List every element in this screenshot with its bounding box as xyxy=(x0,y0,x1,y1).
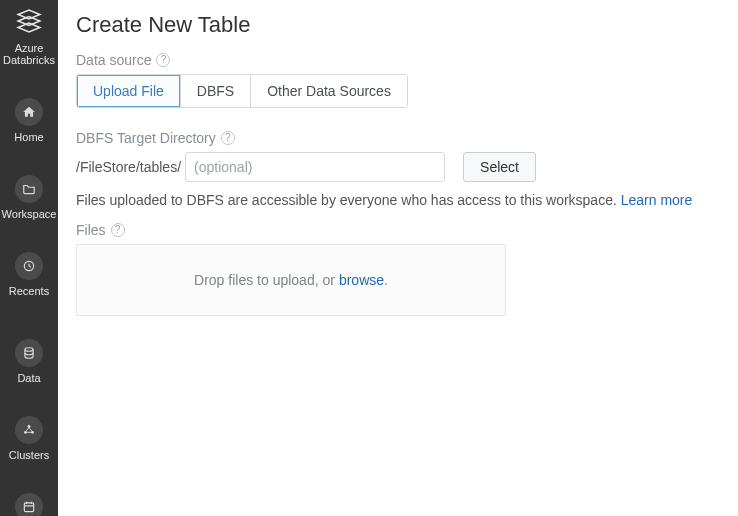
target-dir-row: /FileStore/tables/ Select xyxy=(76,152,720,182)
dropzone-text: Drop files to upload, or xyxy=(194,272,335,288)
sidebar-item-clusters[interactable]: Clusters xyxy=(0,406,58,467)
target-dir-path: /FileStore/tables/ xyxy=(76,159,181,175)
data-source-label: Data source xyxy=(76,52,151,68)
file-dropzone[interactable]: Drop files to upload, or browse. xyxy=(76,244,506,316)
help-icon[interactable]: ? xyxy=(221,131,235,145)
page-title: Create New Table xyxy=(76,12,720,38)
main-content: Create New Table Data source ? Upload Fi… xyxy=(58,0,738,516)
tab-dbfs[interactable]: DBFS xyxy=(181,75,251,107)
databricks-icon xyxy=(16,8,42,38)
help-icon[interactable]: ? xyxy=(156,53,170,67)
svg-point-2 xyxy=(28,425,31,428)
brand-label: Azure Databricks xyxy=(0,42,58,66)
target-dir-label: DBFS Target Directory xyxy=(76,130,216,146)
sidebar-item-label: Workspace xyxy=(2,208,57,220)
sidebar: Azure Databricks Home Workspace Recents … xyxy=(0,0,58,516)
upload-note: Files uploaded to DBFS are accessible by… xyxy=(76,192,720,208)
sidebar-item-recents[interactable]: Recents xyxy=(0,242,58,303)
sidebar-item-home[interactable]: Home xyxy=(0,88,58,149)
sidebar-item-data[interactable]: Data xyxy=(0,329,58,390)
sidebar-item-workspace[interactable]: Workspace xyxy=(0,165,58,226)
svg-rect-5 xyxy=(24,503,33,512)
tab-upload-file[interactable]: Upload File xyxy=(77,75,181,107)
recents-icon xyxy=(15,252,43,280)
sidebar-item-label: Recents xyxy=(9,285,49,297)
folder-icon xyxy=(15,175,43,203)
sidebar-item-label: Clusters xyxy=(9,449,49,461)
browse-link[interactable]: browse xyxy=(339,272,384,288)
files-label: Files xyxy=(76,222,106,238)
sidebar-item-label: Data xyxy=(17,372,40,384)
help-icon[interactable]: ? xyxy=(111,223,125,237)
data-source-label-row: Data source ? xyxy=(76,52,720,68)
tab-other-data-sources[interactable]: Other Data Sources xyxy=(251,75,407,107)
cluster-icon xyxy=(15,416,43,444)
files-label-row: Files ? xyxy=(76,222,720,238)
select-button[interactable]: Select xyxy=(463,152,536,182)
note-text: Files uploaded to DBFS are accessible by… xyxy=(76,192,617,208)
home-icon xyxy=(15,98,43,126)
sidebar-item-label: Home xyxy=(14,131,43,143)
calendar-icon xyxy=(15,493,43,516)
data-source-tabs: Upload File DBFS Other Data Sources xyxy=(76,74,408,108)
database-icon xyxy=(15,339,43,367)
target-dir-label-row: DBFS Target Directory ? xyxy=(76,130,720,146)
learn-more-link[interactable]: Learn more xyxy=(621,192,693,208)
brand-logo[interactable]: Azure Databricks xyxy=(0,8,58,66)
svg-point-1 xyxy=(25,348,33,352)
target-dir-input[interactable] xyxy=(185,152,445,182)
sidebar-item-jobs[interactable]: Jobs xyxy=(0,483,58,516)
